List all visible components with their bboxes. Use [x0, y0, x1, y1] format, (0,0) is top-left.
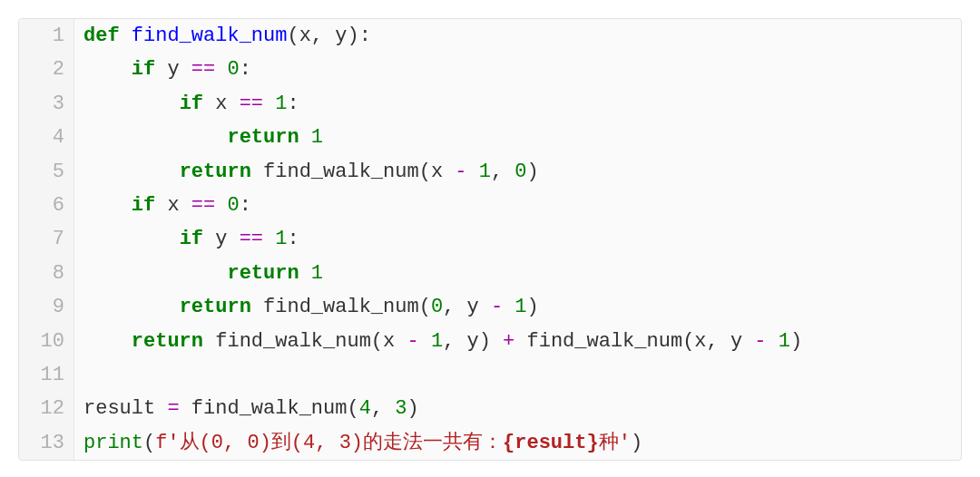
- code-token: (: [143, 432, 155, 454]
- line-number: 13: [19, 426, 74, 460]
- code-token: find_walk_num(x: [251, 161, 455, 183]
- code-line: 10 return find_walk_num(x - 1, y) + find…: [19, 325, 961, 358]
- line-number: 8: [19, 257, 74, 290]
- code-token: [83, 194, 132, 217]
- code-block: 1def find_walk_num(x, y):2 if y == 0:3 i…: [18, 18, 962, 461]
- code-token: 0: [431, 296, 443, 318]
- code-token: 1: [275, 92, 287, 115]
- code-token: :: [240, 194, 251, 217]
- code-token: :: [287, 92, 299, 115]
- code-token: 1: [514, 296, 526, 318]
- code-token: 4: [359, 397, 371, 420]
- line-code: result = find_walk_num(4, 3): [74, 392, 419, 425]
- code-token: 1: [779, 330, 790, 353]
- code-token: 1: [311, 262, 323, 285]
- code-token: 0: [227, 194, 239, 217]
- code-token: [299, 262, 311, 285]
- code-token: if: [180, 228, 203, 250]
- line-code: return find_walk_num(0, y - 1): [74, 290, 539, 324]
- code-token: =: [167, 397, 179, 420]
- code-line: 5 return find_walk_num(x - 1, 0): [19, 155, 961, 189]
- code-line: 11: [19, 358, 961, 392]
- line-code: if y == 1:: [74, 222, 299, 256]
- code-token: [767, 330, 779, 353]
- code-line: 2 if y == 0:: [19, 53, 961, 86]
- line-number: 11: [19, 358, 74, 392]
- code-token: 1: [275, 228, 287, 250]
- line-number: 4: [19, 121, 74, 154]
- line-number: 5: [19, 155, 74, 189]
- code-token: , y: [443, 296, 491, 318]
- code-token: [215, 194, 227, 217]
- code-token: [83, 126, 227, 149]
- code-token: 1: [479, 161, 491, 183]
- code-token: ==: [191, 194, 215, 217]
- line-number: 6: [19, 189, 74, 222]
- line-code: if y == 0:: [74, 53, 251, 86]
- line-code: print(f'从(0, 0)到(4, 3)的走法一共有：{result}种'): [74, 426, 642, 460]
- code-token: 1: [311, 126, 323, 149]
- code-token: x: [155, 194, 191, 217]
- code-token: print: [83, 432, 143, 454]
- code-token: ==: [240, 228, 263, 250]
- code-token: [83, 262, 227, 285]
- code-token: [503, 296, 514, 318]
- code-line: 1def find_walk_num(x, y):: [19, 19, 961, 53]
- line-number: 3: [19, 87, 74, 121]
- line-number: 2: [19, 53, 74, 86]
- line-number: 12: [19, 392, 74, 425]
- code-token: [120, 24, 132, 47]
- line-code: [74, 358, 83, 392]
- line-code: def find_walk_num(x, y):: [74, 19, 371, 53]
- code-token: [215, 58, 227, 81]
- code-token: , y): [443, 330, 503, 353]
- code-token: 3: [395, 397, 407, 420]
- code-token: ,: [491, 161, 514, 183]
- code-token: find_walk_num(x: [203, 330, 407, 353]
- code-line: 7 if y == 1:: [19, 222, 961, 256]
- code-token: [263, 92, 275, 115]
- code-token: +: [503, 330, 514, 353]
- line-code: return 1: [74, 121, 323, 154]
- code-token: -: [455, 161, 466, 183]
- code-token: ): [407, 397, 418, 420]
- code-token: [83, 92, 180, 115]
- code-token: ==: [240, 92, 263, 115]
- code-token: return: [132, 330, 203, 353]
- code-line: 12result = find_walk_num(4, 3): [19, 392, 961, 425]
- code-token: y: [155, 58, 191, 81]
- code-token: -: [754, 330, 766, 353]
- line-number: 7: [19, 222, 74, 256]
- code-token: if: [132, 194, 155, 217]
- code-token: 0: [514, 161, 526, 183]
- code-token: y: [203, 228, 240, 250]
- code-token: find_walk_num: [132, 24, 288, 47]
- code-token: (x, y):: [287, 24, 370, 47]
- code-token: [83, 330, 132, 353]
- code-token: [83, 228, 180, 250]
- line-number: 1: [19, 19, 74, 53]
- code-token: return: [227, 262, 299, 285]
- code-token: ): [527, 296, 539, 318]
- code-token: ): [631, 432, 642, 454]
- code-token: if: [132, 58, 155, 81]
- code-token: if: [180, 92, 203, 115]
- code-line: 8 return 1: [19, 257, 961, 290]
- code-token: x: [203, 92, 240, 115]
- code-token: find_walk_num(x, y: [514, 330, 754, 353]
- line-code: if x == 1:: [74, 87, 299, 121]
- code-token: [419, 330, 431, 353]
- code-token: [263, 228, 275, 250]
- code-line: 3 if x == 1:: [19, 87, 961, 121]
- code-line: 9 return find_walk_num(0, y - 1): [19, 290, 961, 324]
- code-token: f'从(0, 0)到(4, 3)的走法一共有：: [155, 432, 503, 454]
- code-token: [466, 161, 478, 183]
- line-code: return 1: [74, 257, 323, 290]
- code-token: {result}: [503, 432, 599, 454]
- code-token: [83, 58, 132, 81]
- code-token: return: [180, 161, 251, 183]
- line-code: if x == 0:: [74, 189, 251, 222]
- code-token: :: [240, 58, 251, 81]
- code-token: ==: [191, 58, 215, 81]
- code-token: def: [83, 24, 120, 47]
